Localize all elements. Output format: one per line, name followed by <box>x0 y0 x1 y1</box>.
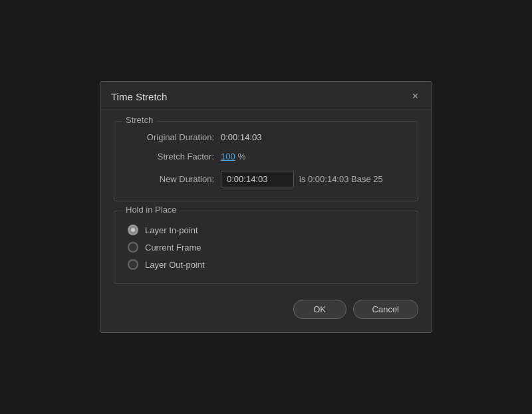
stretch-factor-unit: % <box>238 152 246 161</box>
new-duration-input[interactable] <box>221 171 294 187</box>
hold-in-place-section: Hold in Place Layer In-point Current Fra… <box>114 211 418 284</box>
original-duration-label: Original Duration: <box>128 132 221 142</box>
radio-circle-layer-out <box>128 259 138 270</box>
original-duration-value: 0:00:14:03 <box>221 132 261 142</box>
new-duration-row: New Duration: is 0:00:14:03 Base 25 <box>128 171 404 187</box>
radio-circle-current-frame <box>128 242 138 253</box>
radio-label-layer-out: Layer Out-point <box>145 260 205 270</box>
cancel-button[interactable]: Cancel <box>353 300 418 319</box>
hold-section-label: Hold in Place <box>122 205 180 215</box>
radio-layer-in-point[interactable]: Layer In-point <box>128 225 404 235</box>
radio-group: Layer In-point Current Frame Layer Out-p… <box>128 222 404 270</box>
time-stretch-dialog: Time Stretch × Stretch Original Duration… <box>100 81 432 333</box>
ok-button[interactable]: OK <box>293 300 346 319</box>
radio-label-layer-in: Layer In-point <box>145 225 198 235</box>
dialog-body: Stretch Original Duration: 0:00:14:03 St… <box>100 110 432 332</box>
radio-layer-out-point[interactable]: Layer Out-point <box>128 259 404 270</box>
stretch-section-label: Stretch <box>122 115 156 125</box>
original-duration-row: Original Duration: 0:00:14:03 <box>128 132 404 142</box>
stretch-factor-row: Stretch Factor: 100 % <box>128 152 404 161</box>
radio-current-frame[interactable]: Current Frame <box>128 242 404 253</box>
close-button[interactable]: × <box>410 90 421 103</box>
stretch-factor-value[interactable]: 100 <box>221 152 235 161</box>
radio-circle-layer-in <box>128 225 138 235</box>
title-bar: Time Stretch × <box>100 82 432 110</box>
new-duration-suffix: is 0:00:14:03 Base 25 <box>299 174 383 184</box>
radio-label-current-frame: Current Frame <box>145 243 201 253</box>
new-duration-label: New Duration: <box>128 174 221 184</box>
button-row: OK Cancel <box>114 297 418 319</box>
stretch-section: Stretch Original Duration: 0:00:14:03 St… <box>114 121 418 201</box>
stretch-factor-label: Stretch Factor: <box>128 152 221 161</box>
dialog-title: Time Stretch <box>111 91 167 102</box>
